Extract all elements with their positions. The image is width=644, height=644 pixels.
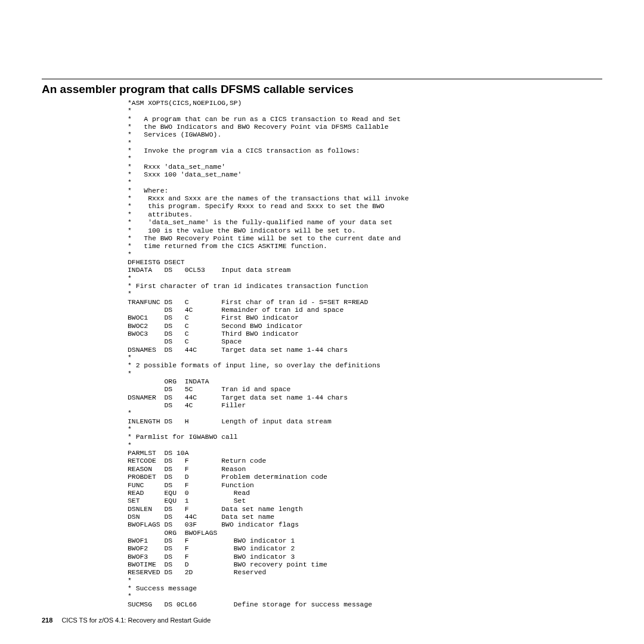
horizontal-rule	[42, 79, 602, 79]
page-number: 218	[42, 617, 52, 624]
page: An assembler program that calls DFSMS ca…	[0, 0, 644, 644]
section-heading: An assembler program that calls DFSMS ca…	[42, 83, 602, 96]
page-footer: 218 CICS TS for z/OS 4.1: Recovery and R…	[42, 617, 210, 624]
book-title: CICS TS for z/OS 4.1: Recovery and Resta…	[61, 617, 210, 624]
code-listing: *ASM XOPTS(CICS,NOEPILOG,SP) * * A progr…	[128, 100, 602, 609]
